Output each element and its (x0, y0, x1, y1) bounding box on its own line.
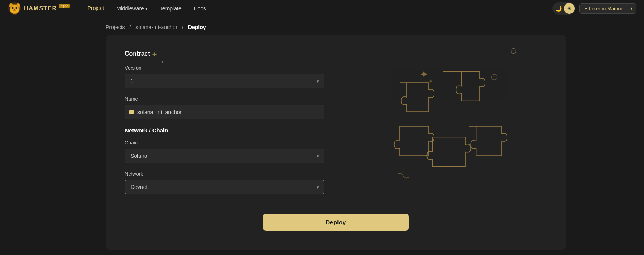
card-content: Contract Version 1 2 3 Name (125, 50, 547, 202)
svg-point-8 (16, 8, 19, 12)
version-select-wrapper: 1 2 3 (125, 74, 324, 88)
theme-toggle: 🌙 ☀ (552, 2, 575, 15)
logo-area: HAMSTER alpha (8, 2, 70, 15)
svg-point-14 (491, 74, 497, 80)
network-selector[interactable]: Ethereum Mainnet (579, 3, 636, 14)
sun-theme-button[interactable]: ☀ (564, 3, 575, 14)
svg-point-12 (17, 7, 17, 8)
star-decoration-2: ✦ (161, 60, 164, 64)
name-input-wrapper (125, 105, 324, 119)
name-input[interactable] (125, 105, 324, 119)
name-field-group: Name (125, 96, 324, 119)
puzzle-illustration: .puzzle-path { fill: none; stroke: #c8a0… (370, 53, 516, 199)
version-label: Version (125, 65, 324, 71)
breadcrumb-projects[interactable]: Projects (106, 24, 125, 30)
version-select[interactable]: 1 2 3 (125, 74, 324, 88)
svg-point-9 (12, 7, 14, 9)
chain-label: Chain (125, 140, 324, 146)
chevron-down-icon: ▾ (145, 7, 147, 11)
alpha-badge: alpha (59, 4, 70, 8)
network-select[interactable]: Devnet Mainnet Testnet (125, 180, 324, 194)
nav-docs[interactable]: Docs (188, 0, 212, 17)
nav-middleware[interactable]: Middleware ▾ (110, 0, 154, 17)
svg-point-13 (14, 9, 15, 10)
svg-point-7 (10, 8, 13, 12)
star-decoration-1: ✦ (152, 50, 157, 59)
breadcrumb: Projects / solana-nft-anchor / Deploy (106, 24, 644, 30)
main-card: ✦ ✦ Contract Version 1 2 3 Name (106, 35, 566, 250)
svg-point-11 (13, 7, 13, 8)
network-chain-title: Network / Chain (125, 127, 324, 134)
deploy-button-row: Deploy (125, 214, 547, 231)
navbar: HAMSTER alpha Project Middleware ▾ Templ… (0, 0, 644, 17)
chain-field-group: Chain Solana Ethereum Polygon (125, 140, 324, 163)
breadcrumb-project-name[interactable]: solana-nft-anchor (135, 24, 177, 30)
moon-theme-button[interactable]: 🌙 (553, 3, 564, 14)
breadcrumb-area: Projects / solana-nft-anchor / Deploy (0, 17, 644, 35)
chain-select-wrapper: Solana Ethereum Polygon (125, 149, 324, 163)
version-field-group: Version 1 2 3 (125, 65, 324, 88)
network-selector-wrapper: Ethereum Mainnet (579, 3, 636, 14)
name-label: Name (125, 96, 324, 102)
breadcrumb-sep2: / (182, 24, 183, 30)
sun-icon: ☀ (567, 5, 572, 12)
nav-links: Project Middleware ▾ Template Docs (81, 0, 552, 17)
logo-text: HAMSTER (24, 5, 57, 12)
breadcrumb-current: Deploy (188, 24, 206, 30)
svg-point-10 (15, 7, 17, 9)
network-select-wrapper: Devnet Mainnet Testnet (125, 180, 324, 194)
hamster-logo-icon (8, 2, 21, 15)
network-field-group: Network Devnet Mainnet Testnet (125, 171, 324, 194)
breadcrumb-sep1: / (129, 24, 131, 30)
nav-project[interactable]: Project (81, 0, 111, 17)
form-area: Contract Version 1 2 3 Name (125, 50, 324, 202)
moon-icon: 🌙 (555, 5, 562, 12)
name-icon (129, 110, 134, 114)
network-label: Network (125, 171, 324, 177)
illustration-area: .puzzle-path { fill: none; stroke: #c8a0… (340, 50, 547, 202)
nav-template[interactable]: Template (154, 0, 188, 17)
deploy-button[interactable]: Deploy (263, 214, 409, 231)
nav-right: 🌙 ☀ Ethereum Mainnet (552, 2, 636, 15)
chain-select[interactable]: Solana Ethereum Polygon (125, 149, 324, 163)
